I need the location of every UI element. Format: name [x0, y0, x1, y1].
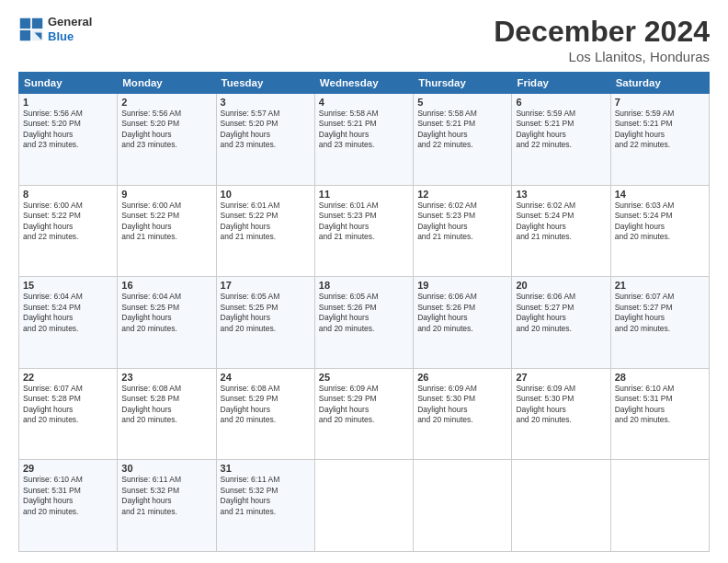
day-info: Sunrise: 5:59 AM Sunset: 5:21 PM Dayligh… [516, 109, 606, 151]
day-number: 27 [516, 372, 606, 383]
day-cell: 31 Sunrise: 6:11 AM Sunset: 5:32 PM Dayl… [216, 460, 314, 552]
day-number: 18 [319, 280, 409, 291]
day-cell: 24 Sunrise: 6:08 AM Sunset: 5:29 PM Dayl… [216, 368, 314, 460]
calendar-table: Sunday Monday Tuesday Wednesday Thursday… [18, 72, 710, 552]
day-number: 2 [121, 97, 211, 108]
day-info: Sunrise: 5:58 AM Sunset: 5:21 PM Dayligh… [319, 109, 409, 151]
day-number: 13 [516, 189, 606, 200]
day-info: Sunrise: 6:01 AM Sunset: 5:23 PM Dayligh… [319, 201, 409, 243]
main-title: December 2024 [494, 15, 710, 49]
day-info: Sunrise: 5:56 AM Sunset: 5:20 PM Dayligh… [23, 109, 113, 151]
day-cell: 10 Sunrise: 6:01 AM Sunset: 5:22 PM Dayl… [216, 185, 314, 277]
day-cell: 22 Sunrise: 6:07 AM Sunset: 5:28 PM Dayl… [19, 368, 118, 460]
day-info: Sunrise: 6:00 AM Sunset: 5:22 PM Dayligh… [121, 201, 211, 243]
day-number: 30 [121, 463, 211, 474]
day-info: Sunrise: 6:11 AM Sunset: 5:32 PM Dayligh… [121, 475, 211, 517]
day-number: 19 [417, 280, 507, 291]
day-number: 11 [319, 189, 409, 200]
day-number: 10 [221, 189, 311, 200]
col-monday: Monday [118, 73, 216, 94]
day-info: Sunrise: 6:06 AM Sunset: 5:27 PM Dayligh… [516, 292, 606, 334]
day-cell: 12 Sunrise: 6:02 AM Sunset: 5:23 PM Dayl… [414, 185, 512, 277]
day-cell: 1 Sunrise: 5:56 AM Sunset: 5:20 PM Dayli… [19, 94, 118, 186]
day-info: Sunrise: 6:09 AM Sunset: 5:29 PM Dayligh… [319, 384, 409, 426]
day-cell: 25 Sunrise: 6:09 AM Sunset: 5:29 PM Dayl… [314, 368, 413, 460]
day-number: 6 [516, 97, 606, 108]
day-number: 29 [23, 463, 113, 474]
day-cell: 9 Sunrise: 6:00 AM Sunset: 5:22 PM Dayli… [118, 185, 216, 277]
page: General Blue December 2024 Los Llanitos,… [0, 0, 728, 563]
day-number: 21 [615, 280, 705, 291]
day-info: Sunrise: 6:04 AM Sunset: 5:24 PM Dayligh… [23, 292, 113, 334]
col-sunday: Sunday [19, 73, 118, 94]
day-cell: 6 Sunrise: 5:59 AM Sunset: 5:21 PM Dayli… [512, 94, 610, 186]
day-info: Sunrise: 6:00 AM Sunset: 5:22 PM Dayligh… [23, 201, 113, 243]
week-row-1: 1 Sunrise: 5:56 AM Sunset: 5:20 PM Dayli… [19, 94, 710, 186]
day-number: 23 [121, 372, 211, 383]
day-number: 12 [417, 189, 507, 200]
day-cell: 18 Sunrise: 6:05 AM Sunset: 5:26 PM Dayl… [314, 277, 413, 369]
week-row-4: 22 Sunrise: 6:07 AM Sunset: 5:28 PM Dayl… [19, 368, 710, 460]
day-cell: 20 Sunrise: 6:06 AM Sunset: 5:27 PM Dayl… [512, 277, 610, 369]
day-cell: 13 Sunrise: 6:02 AM Sunset: 5:24 PM Dayl… [512, 185, 610, 277]
day-info: Sunrise: 5:58 AM Sunset: 5:21 PM Dayligh… [417, 109, 507, 151]
day-cell: 30 Sunrise: 6:11 AM Sunset: 5:32 PM Dayl… [118, 460, 216, 552]
day-cell: 27 Sunrise: 6:09 AM Sunset: 5:30 PM Dayl… [512, 368, 610, 460]
logo-icon [18, 17, 44, 42]
day-cell: 23 Sunrise: 6:08 AM Sunset: 5:28 PM Dayl… [118, 368, 216, 460]
col-thursday: Thursday [414, 73, 512, 94]
day-cell [512, 460, 610, 552]
week-row-3: 15 Sunrise: 6:04 AM Sunset: 5:24 PM Dayl… [19, 277, 710, 369]
logo-blue: Blue [48, 29, 92, 44]
day-number: 26 [417, 372, 507, 383]
day-cell: 19 Sunrise: 6:06 AM Sunset: 5:26 PM Dayl… [414, 277, 512, 369]
col-saturday: Saturday [610, 73, 709, 94]
day-info: Sunrise: 6:11 AM Sunset: 5:32 PM Dayligh… [221, 475, 311, 517]
col-friday: Friday [512, 73, 610, 94]
calendar-header-row: Sunday Monday Tuesday Wednesday Thursday… [19, 73, 710, 94]
day-number: 22 [23, 372, 113, 383]
day-number: 1 [23, 97, 113, 108]
svg-rect-0 [20, 17, 30, 28]
day-cell: 15 Sunrise: 6:04 AM Sunset: 5:24 PM Dayl… [19, 277, 118, 369]
day-info: Sunrise: 6:03 AM Sunset: 5:24 PM Dayligh… [615, 201, 705, 243]
day-cell [314, 460, 413, 552]
day-number: 16 [121, 280, 211, 291]
svg-rect-2 [20, 29, 30, 40]
header: General Blue December 2024 Los Llanitos,… [18, 15, 710, 64]
day-cell: 26 Sunrise: 6:09 AM Sunset: 5:30 PM Dayl… [414, 368, 512, 460]
subtitle: Los Llanitos, Honduras [494, 49, 710, 64]
day-cell: 14 Sunrise: 6:03 AM Sunset: 5:24 PM Dayl… [610, 185, 709, 277]
day-info: Sunrise: 6:08 AM Sunset: 5:29 PM Dayligh… [221, 384, 311, 426]
day-info: Sunrise: 6:05 AM Sunset: 5:26 PM Dayligh… [319, 292, 409, 334]
logo-general: General [48, 15, 92, 29]
day-number: 3 [221, 97, 311, 108]
day-number: 14 [615, 189, 705, 200]
day-cell: 3 Sunrise: 5:57 AM Sunset: 5:20 PM Dayli… [216, 94, 314, 186]
logo: General Blue [18, 15, 92, 43]
day-cell: 21 Sunrise: 6:07 AM Sunset: 5:27 PM Dayl… [610, 277, 709, 369]
col-tuesday: Tuesday [216, 73, 314, 94]
day-number: 7 [615, 97, 705, 108]
day-info: Sunrise: 6:02 AM Sunset: 5:24 PM Dayligh… [516, 201, 606, 243]
day-number: 31 [221, 463, 311, 474]
day-info: Sunrise: 6:01 AM Sunset: 5:22 PM Dayligh… [221, 201, 311, 243]
day-info: Sunrise: 5:57 AM Sunset: 5:20 PM Dayligh… [221, 109, 311, 151]
day-cell: 16 Sunrise: 6:04 AM Sunset: 5:25 PM Dayl… [118, 277, 216, 369]
col-wednesday: Wednesday [314, 73, 413, 94]
day-cell: 7 Sunrise: 5:59 AM Sunset: 5:21 PM Dayli… [610, 94, 709, 186]
day-info: Sunrise: 6:09 AM Sunset: 5:30 PM Dayligh… [417, 384, 507, 426]
day-number: 9 [121, 189, 211, 200]
day-cell [610, 460, 709, 552]
day-cell: 17 Sunrise: 6:05 AM Sunset: 5:25 PM Dayl… [216, 277, 314, 369]
day-info: Sunrise: 5:56 AM Sunset: 5:20 PM Dayligh… [121, 109, 211, 151]
day-number: 5 [417, 97, 507, 108]
day-number: 24 [221, 372, 311, 383]
day-cell: 11 Sunrise: 6:01 AM Sunset: 5:23 PM Dayl… [314, 185, 413, 277]
day-info: Sunrise: 6:08 AM Sunset: 5:28 PM Dayligh… [121, 384, 211, 426]
day-info: Sunrise: 6:09 AM Sunset: 5:30 PM Dayligh… [516, 384, 606, 426]
day-info: Sunrise: 6:06 AM Sunset: 5:26 PM Dayligh… [417, 292, 507, 334]
day-info: Sunrise: 5:59 AM Sunset: 5:21 PM Dayligh… [615, 109, 705, 151]
day-number: 15 [23, 280, 113, 291]
day-info: Sunrise: 6:05 AM Sunset: 5:25 PM Dayligh… [221, 292, 311, 334]
